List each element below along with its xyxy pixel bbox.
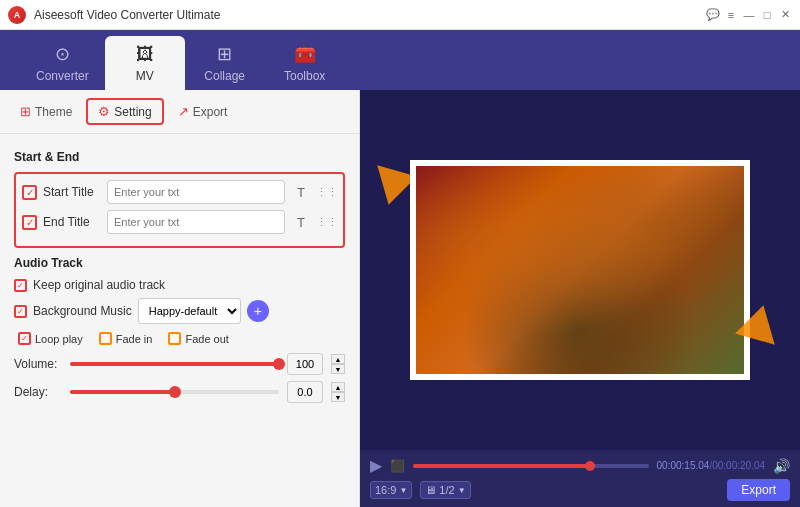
- progress-thumb: [585, 461, 595, 471]
- fade-in-checkbox[interactable]: [99, 332, 112, 345]
- fade-out-label: Fade out: [185, 333, 228, 345]
- video-preview: [360, 90, 800, 450]
- start-title-grid-icon[interactable]: ⋮⋮: [317, 182, 337, 202]
- screen-select[interactable]: 🖥 1/2 ▼: [420, 481, 470, 499]
- sub-tab-theme-label: Theme: [35, 105, 72, 119]
- tab-converter-label: Converter: [36, 69, 89, 83]
- toolbox-icon: 🧰: [294, 43, 316, 65]
- tab-toolbox-label: Toolbox: [284, 69, 325, 83]
- volume-value: 100: [287, 353, 323, 375]
- menu-button[interactable]: ≡: [724, 8, 738, 22]
- delay-down[interactable]: ▼: [331, 392, 345, 402]
- fade-in-item: Fade in: [99, 332, 153, 345]
- delay-slider[interactable]: [70, 390, 279, 394]
- ratio-value: 16:9: [375, 484, 396, 496]
- tab-collage-label: Collage: [204, 69, 245, 83]
- tab-converter[interactable]: ⊙ Converter: [20, 36, 105, 90]
- volume-slider[interactable]: [70, 362, 279, 366]
- sub-tab-theme[interactable]: ⊞ Theme: [10, 100, 82, 123]
- add-music-button[interactable]: +: [247, 300, 269, 322]
- window-controls: 💬 ≡ — □ ✕: [706, 8, 792, 22]
- fade-out-item: Fade out: [168, 332, 228, 345]
- video-image: [416, 166, 744, 374]
- app-logo: A: [8, 6, 26, 24]
- start-title-label: Start Title: [43, 185, 101, 199]
- sub-tab-export[interactable]: ↗ Export: [168, 100, 238, 123]
- start-title-input[interactable]: [107, 180, 285, 204]
- time-total: 00:00:20.04: [712, 460, 765, 471]
- tab-collage[interactable]: ⊞ Collage: [185, 36, 265, 90]
- ratio-select[interactable]: 16:9 ▼: [370, 481, 412, 499]
- tab-toolbox[interactable]: 🧰 Toolbox: [265, 36, 345, 90]
- keep-original-label: Keep original audio track: [33, 278, 165, 292]
- video-frame: [410, 160, 750, 380]
- end-title-checkbox[interactable]: [22, 215, 37, 230]
- time-display: 00:00:15.04/00:00:20.04: [657, 460, 765, 471]
- video-controls: ▶ ⬛ 00:00:15.04/00:00:20.04 🔊 16:9 ▼ 🖥: [360, 450, 800, 507]
- start-title-row: Start Title T ⋮⋮: [22, 180, 337, 204]
- start-title-font-icon[interactable]: T: [291, 182, 311, 202]
- maximize-button[interactable]: □: [760, 8, 774, 22]
- fade-in-label: Fade in: [116, 333, 153, 345]
- loop-fade-row: Loop play Fade in Fade out: [14, 332, 345, 345]
- loop-play-checkbox[interactable]: [18, 332, 31, 345]
- export-video-button[interactable]: Export: [727, 479, 790, 501]
- sub-tabs: ⊞ Theme ⚙ Setting ↗ Export: [0, 90, 359, 134]
- time-current: 00:00:15.04: [657, 460, 710, 471]
- progress-fill: [413, 464, 590, 468]
- delay-row: Delay: 0.0 ▲ ▼: [14, 381, 345, 403]
- bg-music-label: Background Music: [33, 304, 132, 318]
- right-panel: ▶ ⬛ 00:00:15.04/00:00:20.04 🔊 16:9 ▼ 🖥: [360, 90, 800, 507]
- sub-tab-export-label: Export: [193, 105, 228, 119]
- mv-icon: 🖼: [136, 44, 154, 65]
- start-title-checkbox[interactable]: [22, 185, 37, 200]
- delay-label: Delay:: [14, 385, 62, 399]
- keep-original-row: Keep original audio track: [14, 278, 345, 292]
- volume-icon[interactable]: 🔊: [773, 458, 790, 474]
- start-end-title: Start & End: [14, 150, 345, 164]
- left-panel: ⊞ Theme ⚙ Setting ↗ Export Start & End S…: [0, 90, 360, 507]
- audio-track-title: Audio Track: [14, 256, 345, 270]
- bg-music-checkbox[interactable]: [14, 305, 27, 318]
- bg-music-row: Background Music Happy-default Romantic …: [14, 298, 345, 324]
- delay-up[interactable]: ▲: [331, 382, 345, 392]
- collage-icon: ⊞: [217, 43, 232, 65]
- setting-icon: ⚙: [98, 104, 110, 119]
- export-icon: ↗: [178, 104, 189, 119]
- progress-bar[interactable]: [413, 464, 649, 468]
- end-title-input[interactable]: [107, 210, 285, 234]
- delay-spinner: ▲ ▼: [331, 382, 345, 402]
- screen-chevron: ▼: [458, 486, 466, 495]
- chat-button[interactable]: 💬: [706, 8, 720, 22]
- fade-out-checkbox[interactable]: [168, 332, 181, 345]
- close-button[interactable]: ✕: [778, 8, 792, 22]
- volume-spinner: ▲ ▼: [331, 354, 345, 374]
- loop-play-label: Loop play: [35, 333, 83, 345]
- keep-original-checkbox[interactable]: [14, 279, 27, 292]
- arrow-top-left: [363, 151, 417, 205]
- controls-row2: 16:9 ▼ 🖥 1/2 ▼ Export: [370, 479, 790, 501]
- delay-value: 0.0: [287, 381, 323, 403]
- theme-icon: ⊞: [20, 104, 31, 119]
- tab-mv-label: MV: [136, 69, 154, 83]
- volume-row: Volume: 100 ▲ ▼: [14, 353, 345, 375]
- tab-mv[interactable]: 🖼 MV: [105, 36, 185, 90]
- titlebar: A Aiseesoft Video Converter Ultimate 💬 ≡…: [0, 0, 800, 30]
- end-title-font-icon[interactable]: T: [291, 212, 311, 232]
- controls-row1: ▶ ⬛ 00:00:15.04/00:00:20.04 🔊: [370, 456, 790, 475]
- minimize-button[interactable]: —: [742, 8, 756, 22]
- end-title-label: End Title: [43, 215, 101, 229]
- sub-tab-setting-label: Setting: [114, 105, 151, 119]
- volume-down[interactable]: ▼: [331, 364, 345, 374]
- app-title: Aiseesoft Video Converter Ultimate: [34, 8, 706, 22]
- stop-button[interactable]: ⬛: [390, 459, 405, 473]
- music-dropdown[interactable]: Happy-default Romantic Energetic Calm: [138, 298, 241, 324]
- sub-tab-setting[interactable]: ⚙ Setting: [86, 98, 163, 125]
- screen-value: 1/2: [439, 484, 454, 496]
- volume-up[interactable]: ▲: [331, 354, 345, 364]
- main-container: ⊞ Theme ⚙ Setting ↗ Export Start & End S…: [0, 90, 800, 507]
- end-title-grid-icon[interactable]: ⋮⋮: [317, 212, 337, 232]
- play-button[interactable]: ▶: [370, 456, 382, 475]
- end-title-row: End Title T ⋮⋮: [22, 210, 337, 234]
- start-end-section: Start Title T ⋮⋮ End Title T ⋮⋮: [14, 172, 345, 248]
